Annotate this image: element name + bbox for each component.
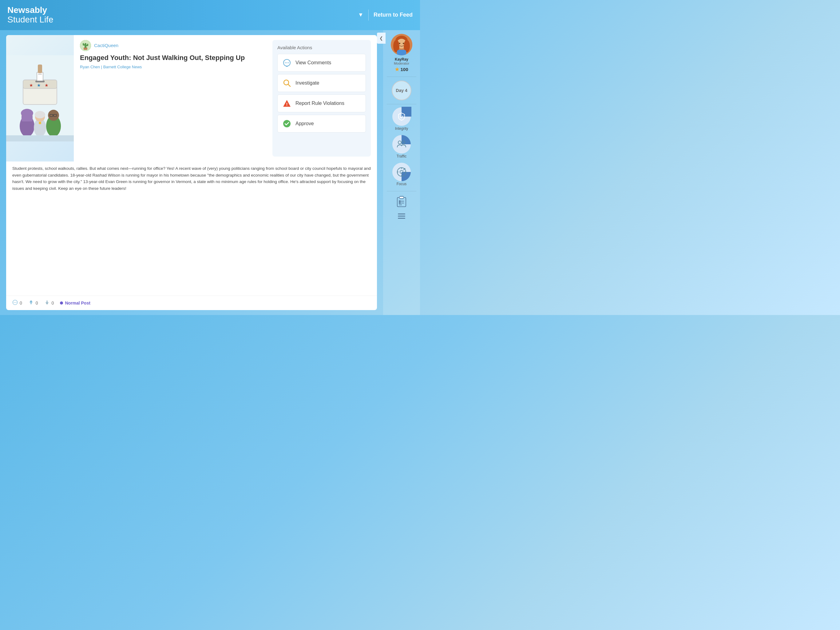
article-footer: 0 0 0 xyxy=(6,296,377,310)
clipboard-icon[interactable] xyxy=(396,196,407,210)
svg-text:!: ! xyxy=(286,102,288,107)
author-name: CactiQueen xyxy=(94,43,118,48)
approve-icon xyxy=(283,119,291,128)
svg-point-51 xyxy=(403,43,404,44)
svg-text:★: ★ xyxy=(44,82,49,87)
svg-point-17 xyxy=(39,122,41,124)
sidebar: ❮ xyxy=(383,30,420,315)
actions-title: Available Actions xyxy=(277,45,366,50)
day-circle: Day 4 xyxy=(392,81,411,100)
view-comments-label: View Comments xyxy=(295,60,331,65)
article-byline: Ryan Chen | Barnett College News xyxy=(80,65,266,69)
investigate-label: Investigate xyxy=(295,80,319,86)
content-area: ★ ★ ★ xyxy=(0,30,383,315)
svg-point-33 xyxy=(287,62,287,63)
svg-rect-7 xyxy=(37,72,43,81)
actions-panel: Available Actions xyxy=(272,35,377,162)
report-label: Report Rule Violations xyxy=(295,101,344,106)
svg-rect-49 xyxy=(397,50,406,55)
article-top: ★ ★ ★ xyxy=(6,35,377,162)
svg-rect-9 xyxy=(38,64,42,73)
focus-stat: Focus xyxy=(392,162,411,187)
header-title-block: Newsably Student Life xyxy=(7,6,53,25)
svg-point-32 xyxy=(285,62,286,63)
investigate-icon xyxy=(283,79,291,87)
app-name: Newsably xyxy=(7,6,53,15)
investigate-button[interactable]: Investigate xyxy=(277,74,366,92)
post-type-label: Normal Post xyxy=(65,301,90,306)
svg-point-39 xyxy=(283,120,291,127)
return-to-feed-button[interactable]: Return to Feed xyxy=(374,12,413,18)
integrity-stat: Integrity xyxy=(392,107,411,132)
post-type-badge: Normal Post xyxy=(60,301,90,306)
comment-count: 0 xyxy=(12,300,22,306)
comment-icon xyxy=(283,59,291,67)
user-avatar xyxy=(391,34,412,55)
section-name: Student Life xyxy=(7,15,53,25)
article-body: Student protests, school walkouts, ralli… xyxy=(6,161,377,296)
article-title: Engaged Youth: Not Just Walking Out, Ste… xyxy=(80,54,266,62)
header: Newsably Student Life ▼ Return to Feed xyxy=(0,0,420,30)
chevron-left-icon: ❮ xyxy=(379,36,383,41)
svg-point-50 xyxy=(399,43,400,44)
article-content: CactiQueen Engaged Youth: Not Just Walki… xyxy=(74,35,272,162)
svg-point-41 xyxy=(14,302,14,303)
svg-point-42 xyxy=(15,302,15,303)
score-value: 100 xyxy=(400,67,408,72)
hamburger-line-2 xyxy=(398,216,405,217)
report-violations-button[interactable]: ! Report Rule Violations xyxy=(277,95,366,112)
article-image: ★ ★ ★ xyxy=(6,35,74,162)
warning-icon: ! xyxy=(283,99,291,108)
svg-text:★: ★ xyxy=(37,82,41,87)
hamburger-line-1 xyxy=(398,214,405,214)
post-type-dot xyxy=(60,301,63,304)
traffic-stat: Traffic xyxy=(392,135,411,160)
upvote-icon xyxy=(28,300,34,306)
upvote-count: 0 xyxy=(28,300,38,306)
article-card: ★ ★ ★ xyxy=(6,35,377,310)
svg-line-36 xyxy=(288,84,290,86)
svg-rect-8 xyxy=(38,73,42,74)
svg-text:★: ★ xyxy=(29,82,33,87)
view-comments-button[interactable]: View Comments xyxy=(277,54,366,72)
actions-card: Available Actions xyxy=(272,40,371,157)
hamburger-line-3 xyxy=(398,218,405,219)
sidebar-divider-3 xyxy=(387,191,416,192)
approve-button[interactable]: Approve xyxy=(277,115,366,133)
svg-rect-28 xyxy=(83,43,84,45)
svg-rect-69 xyxy=(400,197,403,198)
user-score: ★ 100 xyxy=(395,66,408,72)
author-row: CactiQueen xyxy=(80,40,266,51)
comment-count-value: 0 xyxy=(20,301,22,306)
upvote-count-value: 0 xyxy=(36,301,38,306)
user-name: KayRay xyxy=(395,57,408,62)
user-role: Moderator xyxy=(394,62,409,65)
downvote-icon xyxy=(44,300,50,306)
svg-point-34 xyxy=(288,62,289,63)
header-divider xyxy=(368,9,369,21)
header-right: ▼ Return to Feed xyxy=(358,9,413,21)
traffic-chart xyxy=(392,135,411,154)
svg-point-43 xyxy=(16,302,16,303)
svg-point-53 xyxy=(404,44,405,45)
sidebar-collapse-button[interactable]: ❮ xyxy=(377,33,385,44)
hamburger-menu-button[interactable] xyxy=(398,214,405,219)
dropdown-arrow-icon[interactable]: ▼ xyxy=(358,12,363,18)
focus-chart xyxy=(392,162,411,182)
traffic-label: Traffic xyxy=(396,154,407,158)
avatar xyxy=(80,40,91,51)
integrity-label: Integrity xyxy=(395,127,408,131)
approve-label: Approve xyxy=(295,121,314,127)
svg-point-16 xyxy=(35,111,45,118)
star-icon: ★ xyxy=(395,66,399,72)
svg-rect-30 xyxy=(87,44,88,46)
article-illustration: ★ ★ ★ xyxy=(6,35,74,162)
svg-rect-23 xyxy=(6,135,74,141)
svg-rect-13 xyxy=(22,115,33,121)
comment-count-icon xyxy=(12,300,18,306)
main-layout: ★ ★ ★ xyxy=(0,30,420,315)
downvote-count-value: 0 xyxy=(52,301,54,306)
focus-label: Focus xyxy=(396,182,407,186)
downvote-count: 0 xyxy=(44,300,54,306)
svg-point-52 xyxy=(398,44,399,45)
